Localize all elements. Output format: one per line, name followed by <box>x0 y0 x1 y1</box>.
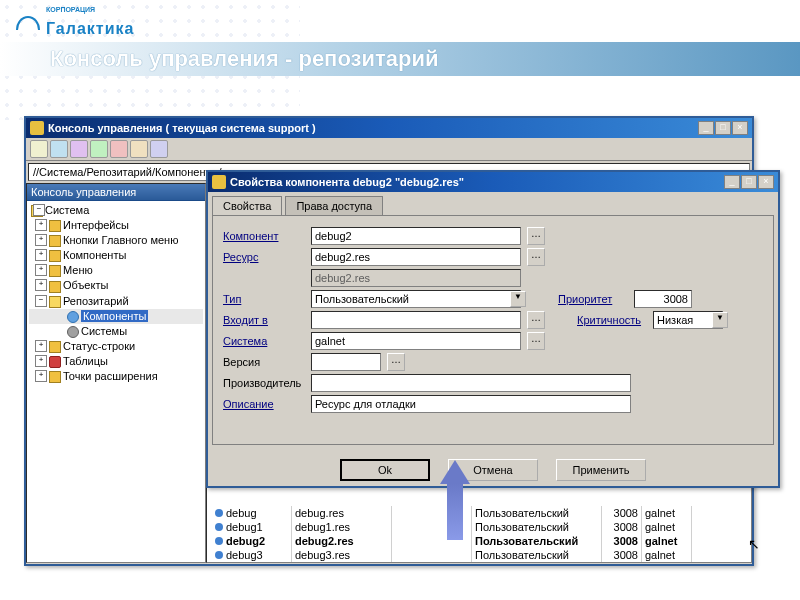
input-system[interactable] <box>311 332 521 350</box>
tree-item[interactable]: Кнопки Главного меню <box>29 233 203 248</box>
tree-item[interactable]: Интерфейсы <box>29 218 203 233</box>
tree-item[interactable]: Точки расширения <box>29 369 203 384</box>
dialog-close-button[interactable]: × <box>758 175 774 189</box>
tree-item[interactable]: Компоненты <box>29 309 203 324</box>
table-cell: 3008 <box>602 548 642 562</box>
table-row[interactable]: debugdebug.resПользовательский3008galnet <box>212 506 750 520</box>
tree-item[interactable]: Статус-строки <box>29 339 203 354</box>
toolbar-icon-1[interactable] <box>30 140 48 158</box>
tree-header: Консоль управления <box>27 184 205 201</box>
table-cell: debug3.res <box>292 548 392 562</box>
tab-access[interactable]: Права доступа <box>285 196 383 215</box>
table-row[interactable]: debug2debug2.resПользовательский3008galn… <box>212 534 750 548</box>
browse-resource-button[interactable]: … <box>527 248 545 266</box>
browse-system-button[interactable]: … <box>527 332 545 350</box>
component-icon <box>215 523 223 531</box>
input-resource-readonly <box>311 269 521 287</box>
browse-component-button[interactable]: … <box>527 227 545 245</box>
tree-item-label: Меню <box>63 264 93 276</box>
table-cell: Пользовательский <box>472 520 602 534</box>
table-cell: debug.res <box>292 506 392 520</box>
select-type[interactable] <box>311 290 521 308</box>
folder-icon <box>49 220 61 232</box>
toolbar-icon-3[interactable] <box>70 140 88 158</box>
table-row[interactable]: debug1debug1.resПользовательский3008galn… <box>212 520 750 534</box>
tab-properties[interactable]: Свойства <box>212 196 282 215</box>
gear-icon <box>67 326 79 338</box>
tree-pane: Консоль управления СистемаИнтерфейсыКноп… <box>26 183 206 563</box>
tree-item[interactable]: Системы <box>29 324 203 339</box>
label-component: Компонент <box>223 230 305 242</box>
folder-icon <box>49 341 61 353</box>
folder-icon <box>49 265 61 277</box>
table-cell: 3008 <box>602 520 642 534</box>
table-cell: Пользовательский <box>472 548 602 562</box>
browse-belongs-button[interactable]: … <box>527 311 545 329</box>
label-version: Версия <box>223 356 305 368</box>
tree-item[interactable]: Система <box>29 203 203 218</box>
tree-item[interactable]: Таблицы <box>29 354 203 369</box>
tree-item-label: Статус-строки <box>63 340 135 352</box>
main-titlebar[interactable]: Консоль управления ( текущая система sup… <box>26 118 752 138</box>
input-vendor[interactable] <box>311 374 631 392</box>
table-cell: galnet <box>642 548 692 562</box>
toolbar-icon-6[interactable] <box>130 140 148 158</box>
db-icon <box>49 356 61 368</box>
maximize-button[interactable]: □ <box>715 121 731 135</box>
table-cell: debug1 <box>212 520 292 534</box>
table-cell: debug <box>212 506 292 520</box>
toolbar-icon-4[interactable] <box>90 140 108 158</box>
tree-item-label: Кнопки Главного меню <box>63 234 178 246</box>
crit-dropdown-icon[interactable]: ▼ <box>712 312 728 328</box>
table-cell: Пользовательский <box>472 534 602 548</box>
close-button[interactable]: × <box>732 121 748 135</box>
tree-item-label: Системы <box>81 325 127 337</box>
cursor-icon: ↖ <box>748 536 760 552</box>
toolbar-icon-2[interactable] <box>50 140 68 158</box>
component-icon <box>215 551 223 559</box>
comp-icon <box>67 311 79 323</box>
toolbar <box>26 138 752 161</box>
tree-item-label: Интерфейсы <box>63 219 129 231</box>
label-priority: Приоритет <box>558 293 628 305</box>
input-priority[interactable] <box>634 290 692 308</box>
type-dropdown-icon[interactable]: ▼ <box>510 291 526 307</box>
folder-icon <box>49 371 61 383</box>
component-icon <box>215 509 223 517</box>
folder-icon <box>49 281 61 293</box>
label-belongs: Входит в <box>223 314 305 326</box>
table-cell: debug2.res <box>292 534 392 548</box>
table-cell: 3008 <box>602 534 642 548</box>
tree-item[interactable]: Репозитарий <box>29 294 203 309</box>
input-descr[interactable] <box>311 395 631 413</box>
dialog-maximize-button[interactable]: □ <box>741 175 757 189</box>
input-version[interactable] <box>311 353 381 371</box>
tree-item[interactable]: Объекты <box>29 278 203 293</box>
input-resource[interactable] <box>311 248 521 266</box>
tree-item[interactable]: Меню <box>29 263 203 278</box>
input-belongs[interactable] <box>311 311 521 329</box>
dialog-minimize-button[interactable]: _ <box>724 175 740 189</box>
table-row[interactable]: debug3debug3.resПользовательский3008galn… <box>212 548 750 562</box>
apply-button[interactable]: Применить <box>556 459 646 481</box>
browse-version-button[interactable]: … <box>387 353 405 371</box>
toolbar-icon-5[interactable] <box>110 140 128 158</box>
table-cell: debug2 <box>212 534 292 548</box>
tree-item[interactable]: Компоненты <box>29 248 203 263</box>
tree-item-label: Объекты <box>63 279 108 291</box>
main-window-title: Консоль управления ( текущая система sup… <box>48 122 694 134</box>
table-cell: galnet <box>642 520 692 534</box>
input-component[interactable] <box>311 227 521 245</box>
toolbar-icon-7[interactable] <box>150 140 168 158</box>
label-descr: Описание <box>223 398 305 410</box>
table-cell: debug1.res <box>292 520 392 534</box>
ok-button[interactable]: Ok <box>340 459 430 481</box>
folder-icon <box>49 235 61 247</box>
brand-sub: КОРПОРАЦИЯ <box>46 6 95 13</box>
tree-item-label: Точки расширения <box>63 370 158 382</box>
minimize-button[interactable]: _ <box>698 121 714 135</box>
folder-open-icon <box>31 205 43 217</box>
dialog-titlebar[interactable]: Свойства компонента debug2 "debug2.res" … <box>208 172 778 192</box>
table-cell: galnet <box>642 506 692 520</box>
component-icon <box>215 537 223 545</box>
